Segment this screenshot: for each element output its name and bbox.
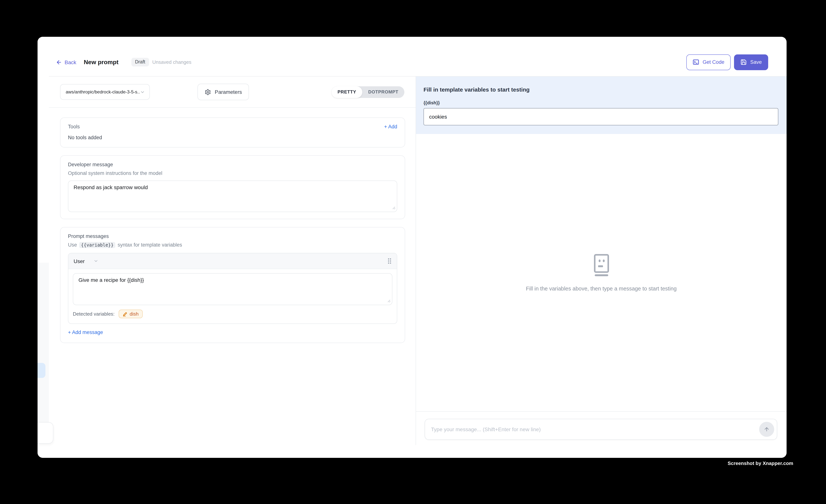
empty-state-message: Fill in the variables above, then type a… (526, 286, 677, 292)
page-title: New prompt (84, 59, 118, 65)
sidebar-bottom-card (38, 422, 53, 444)
developer-message-title: Developer message (68, 162, 397, 167)
add-tool-button[interactable]: + Add (384, 124, 397, 129)
parameters-label: Parameters (215, 89, 242, 95)
body-row: aws/anthropic/bedrock-claude-3-5-s... Pa… (49, 76, 786, 445)
resize-handle-icon[interactable] (392, 206, 395, 209)
template-variables-header: Fill in template variables to start test… (416, 76, 786, 134)
format-toggle: PRETTY DOTPROMPT (332, 86, 404, 98)
status-badge: Draft (131, 58, 149, 66)
variable-badge-label: dish (130, 311, 139, 317)
send-button[interactable] (759, 422, 774, 437)
prompt-messages-title: Prompt messages (68, 234, 397, 239)
developer-message-card: Developer message Optional system instru… (60, 155, 405, 219)
developer-message-subtitle: Optional system instructions for the mod… (68, 170, 397, 176)
window-footer-spacer (49, 445, 786, 458)
screenshot-stage: Back New prompt Draft Unsaved changes Ge… (0, 0, 826, 504)
prompt-editor-panel: aws/anthropic/bedrock-claude-3-5-s... Pa… (49, 76, 416, 445)
variable-badge-dish[interactable]: dish (119, 310, 143, 318)
tools-empty-text: No tools added (68, 135, 397, 140)
unsaved-changes-note: Unsaved changes (152, 59, 191, 65)
drag-handle-icon[interactable] (388, 258, 392, 264)
app-window: Back New prompt Draft Unsaved changes Ge… (38, 37, 786, 458)
model-selector-value: aws/anthropic/bedrock-claude-3-5-s... (66, 89, 140, 94)
toggle-option-pretty[interactable]: PRETTY (332, 86, 362, 98)
prompt-messages-subtitle: Use {{variable}} syntax for template var… (68, 242, 397, 248)
parameters-button[interactable]: Parameters (197, 84, 249, 100)
pencil-icon (123, 312, 127, 316)
editor-content: Tools + Add No tools added Developer mes… (49, 108, 416, 445)
back-button[interactable]: Back (56, 59, 76, 65)
message-header: User (68, 253, 397, 269)
main-column: Back New prompt Draft Unsaved changes Ge… (49, 37, 786, 458)
variable-name-label: {{dish}} (423, 100, 778, 106)
developer-message-textarea[interactable]: Respond as jack sparrow would (68, 181, 397, 212)
model-selector[interactable]: aws/anthropic/bedrock-claude-3-5-s... (60, 84, 150, 100)
toggle-option-dotprompt[interactable]: DOTPROMPT (362, 86, 404, 98)
save-button[interactable]: Save (734, 54, 768, 70)
sidebar-tint-area (38, 263, 49, 422)
left-sidebar-strip (38, 37, 49, 458)
variable-value-input[interactable] (423, 108, 778, 125)
chevron-down-icon (93, 259, 98, 263)
gear-icon (204, 89, 211, 95)
variable-syntax-chip: {{variable}} (79, 242, 115, 248)
get-code-button[interactable]: Get Code (687, 54, 731, 70)
message-textarea[interactable]: Give me a recipe for {{dish}} (73, 273, 392, 305)
sidebar-active-item[interactable] (38, 363, 46, 378)
message-block: User (68, 253, 397, 324)
watermark: Screenshot by Xnapper.com (728, 460, 793, 466)
get-code-label: Get Code (703, 59, 724, 65)
test-panel: Fill in template variables to start test… (416, 76, 786, 445)
editor-toolbar: aws/anthropic/bedrock-claude-3-5-s... Pa… (49, 76, 416, 108)
chat-input-bar (416, 411, 786, 445)
detected-variables-label: Detected variables: (73, 311, 115, 317)
role-value: User (74, 258, 85, 264)
detected-variables-row: Detected variables: dish (68, 305, 397, 323)
tools-card: Tools + Add No tools added (60, 118, 405, 147)
subtitle-suffix: syntax for template variables (116, 242, 182, 248)
arrow-up-icon (764, 426, 770, 432)
empty-state: Fill in the variables above, then type a… (416, 134, 786, 411)
prompt-messages-card: Prompt messages Use {{variable}} syntax … (60, 227, 405, 343)
role-selector[interactable]: User (74, 258, 98, 264)
arrow-left-icon (56, 59, 62, 65)
save-floppy-icon (741, 59, 747, 65)
chevron-down-icon (140, 89, 145, 94)
code-terminal-icon (693, 59, 699, 65)
add-message-button[interactable]: + Add message (68, 329, 397, 336)
tools-card-title: Tools (68, 124, 80, 129)
chat-message-input[interactable] (425, 426, 777, 432)
header: Back New prompt Draft Unsaved changes Ge… (49, 37, 786, 76)
chat-input-container (425, 419, 777, 440)
test-panel-title: Fill in template variables to start test… (423, 86, 778, 93)
resize-handle-icon[interactable] (387, 299, 391, 303)
robot-face-icon (593, 254, 609, 276)
back-label: Back (65, 59, 76, 65)
save-label: Save (750, 59, 762, 65)
subtitle-prefix: Use (68, 242, 78, 248)
